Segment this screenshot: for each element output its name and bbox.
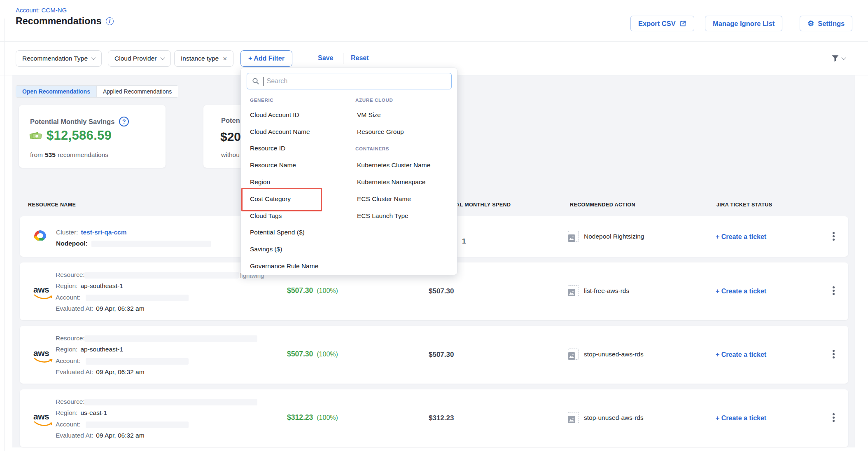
- section-header-generic: GENERIC: [250, 98, 273, 103]
- row-menu-kebab[interactable]: [830, 347, 837, 361]
- evaluated-at-label: Evaluated At:: [56, 368, 93, 376]
- add-filter-label: + Add Filter: [248, 55, 285, 62]
- evaluated-at-value: 09 Apr, 06:32 am: [96, 305, 144, 312]
- redacted-value: [84, 335, 257, 342]
- question-icon[interactable]: ?: [119, 117, 129, 126]
- evaluated-at-value: 09 Apr, 06:32 am: [96, 368, 144, 376]
- column-header-jira-ticket-status: JIRA TICKET STATUS: [716, 202, 772, 208]
- add-filter-dropdown: GENERIC Cloud Account ID Cloud Account N…: [240, 68, 457, 275]
- row-menu-kebab[interactable]: [830, 284, 837, 297]
- info-icon[interactable]: i: [106, 17, 114, 25]
- breadcrumb[interactable]: Account: CCM-NG: [16, 7, 67, 14]
- settings-button[interactable]: ⚙ Settings: [800, 16, 852, 31]
- recommendation-row[interactable]: aws Resource: Region: ap-southeast-1 Acc…: [20, 326, 848, 384]
- column-header-resource-name: RESOURCE NAME: [28, 202, 76, 208]
- recommended-action-label: Nodepool Rightsizing: [584, 233, 644, 240]
- filter-option-cloud-account-name[interactable]: Cloud Account Name: [250, 128, 310, 136]
- savings-percent: (100%): [317, 414, 338, 422]
- row-menu-kebab[interactable]: [830, 230, 837, 243]
- chip-label: Recommendation Type: [22, 55, 88, 62]
- section-header-azure-cloud: AZURE CLOUD: [355, 98, 393, 103]
- filter-option-ecs-cluster-name[interactable]: ECS Cluster Name: [357, 195, 411, 203]
- filter-search[interactable]: [247, 73, 452, 89]
- create-ticket-button[interactable]: + Create a ticket: [716, 288, 766, 295]
- recommendation-row[interactable]: aws Resource: Region: us-east-1 Account:…: [20, 389, 848, 447]
- filter-option-cloud-tags[interactable]: Cloud Tags: [250, 212, 282, 220]
- save-filter-button[interactable]: Save: [318, 54, 333, 62]
- total-spend-value: $507.30: [429, 287, 454, 295]
- nodepool-label: Nodepool:: [56, 240, 88, 247]
- spend-card-amount-fragment: $20: [220, 130, 241, 144]
- external-link-icon: [679, 20, 686, 27]
- manage-ignore-list-label: Manage Ignore List: [713, 20, 775, 28]
- savings-percent: (100%): [317, 351, 338, 358]
- aws-icon: aws: [33, 348, 56, 364]
- evaluated-at-value: 09 Apr, 06:32 am: [96, 432, 144, 439]
- close-icon[interactable]: ×: [223, 55, 227, 62]
- add-filter-button[interactable]: + Add Filter: [240, 50, 292, 67]
- filter-option-cloud-account-id[interactable]: Cloud Account ID: [250, 111, 299, 119]
- row-menu-kebab[interactable]: [830, 411, 837, 424]
- filter-chip-instance-type[interactable]: Instance type ×: [174, 50, 233, 67]
- filter-chip-cloud-provider[interactable]: Cloud Provider: [108, 50, 171, 67]
- redacted-value: [91, 241, 211, 247]
- chevron-down-icon: [841, 55, 846, 60]
- page-title: Recommendations: [16, 16, 102, 27]
- filter-option-governance-rule-name[interactable]: Governance Rule Name: [250, 262, 318, 270]
- column-header-recommended-action: RECOMMENDED ACTION: [570, 202, 635, 208]
- filter-option-cost-category[interactable]: Cost Category: [250, 195, 291, 203]
- recommended-action-label: stop-unused-aws-rds: [584, 414, 644, 422]
- resource-label: Resource:: [56, 271, 85, 279]
- funnel-icon: [831, 54, 840, 63]
- account-label: Account:: [56, 294, 80, 301]
- potential-savings-value: $507.30: [287, 286, 313, 295]
- filter-option-potential-spend[interactable]: Potential Spend ($): [250, 229, 305, 236]
- money-icon: [29, 129, 44, 142]
- region-label: Region:: [56, 409, 77, 417]
- filter-option-kubernetes-namespace[interactable]: Kubernetes Namespace: [357, 178, 425, 186]
- filter-option-ecs-launch-type[interactable]: ECS Launch Type: [357, 212, 408, 220]
- image-placeholder-icon: [568, 231, 579, 242]
- create-ticket-button[interactable]: + Create a ticket: [716, 415, 766, 422]
- aws-icon: aws: [33, 285, 56, 300]
- potential-savings-value: $312.23: [287, 413, 313, 422]
- gear-icon: ⚙: [807, 20, 814, 27]
- region-value: us-east-1: [80, 409, 107, 417]
- settings-label: Settings: [818, 20, 845, 28]
- cluster-name-link[interactable]: test-sri-qa-ccm: [81, 229, 126, 236]
- filter-option-kubernetes-cluster-name[interactable]: Kubernetes Cluster Name: [357, 162, 430, 169]
- account-label: Account:: [56, 421, 80, 428]
- filter-search-input[interactable]: [267, 77, 447, 85]
- filter-panel-toggle[interactable]: [831, 54, 845, 63]
- export-csv-button[interactable]: Export CSV: [630, 16, 694, 31]
- aws-icon: aws: [33, 412, 56, 427]
- reset-filter-button[interactable]: Reset: [351, 54, 369, 62]
- filter-option-vm-size[interactable]: VM Size: [357, 111, 381, 119]
- resource-label: Resource:: [56, 335, 85, 342]
- redacted-value: [84, 399, 257, 405]
- image-placeholder-icon: [568, 349, 579, 360]
- redacted-value: [84, 272, 239, 279]
- savings-amount: $12,586.59: [47, 128, 112, 143]
- text-caret: [263, 77, 264, 86]
- filter-chip-recommendation-type[interactable]: Recommendation Type: [16, 50, 102, 67]
- filter-option-savings[interactable]: Savings ($): [250, 246, 282, 253]
- filter-option-resource-group[interactable]: Resource Group: [357, 128, 404, 136]
- total-spend-value: $312.23: [429, 414, 454, 422]
- redacted-value: [86, 295, 189, 301]
- chip-label: Cloud Provider: [114, 55, 157, 62]
- region-value: ap-southeast-1: [80, 282, 123, 290]
- tab-applied-recommendations[interactable]: Applied Recommendations: [96, 86, 178, 97]
- header-divider: [0, 41, 868, 42]
- tab-open-recommendations[interactable]: Open Recommendations: [16, 86, 96, 97]
- filter-option-resource-name[interactable]: Resource Name: [250, 162, 296, 169]
- create-ticket-button[interactable]: + Create a ticket: [716, 351, 766, 358]
- filter-option-resource-id[interactable]: Resource ID: [250, 145, 285, 152]
- recommended-action-label: list-free-aws-rds: [584, 287, 629, 295]
- filter-option-region[interactable]: Region: [250, 178, 270, 186]
- manage-ignore-list-button[interactable]: Manage Ignore List: [705, 16, 782, 31]
- create-ticket-button[interactable]: + Create a ticket: [716, 233, 766, 241]
- total-spend-fragment: 1: [462, 237, 466, 246]
- total-spend-value: $507.30: [429, 351, 454, 359]
- spend-card-title-fragment: Poten: [221, 117, 240, 124]
